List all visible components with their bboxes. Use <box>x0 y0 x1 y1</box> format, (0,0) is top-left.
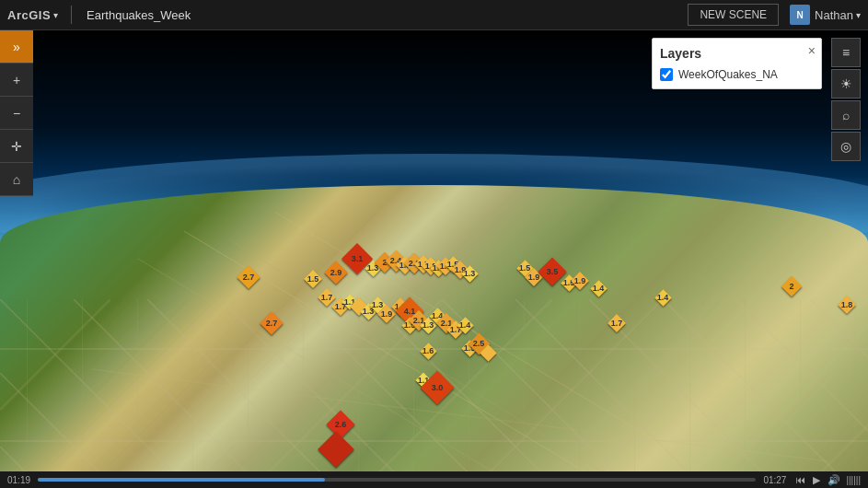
earthquake-marker[interactable]: 2.9 <box>328 264 344 281</box>
earthquake-magnitude-label: 3.0 <box>430 383 445 392</box>
expand-icon: » <box>13 40 20 54</box>
earthquake-magnitude-label: 3.5 <box>545 267 560 276</box>
earthquake-magnitude-label: 1.9 <box>573 276 587 285</box>
earthquake-marker[interactable]: 1.3 <box>464 268 476 280</box>
earthquake-marker[interactable]: 2.6 <box>330 414 351 435</box>
user-name: Nathan <box>815 8 853 22</box>
earthquake-magnitude-label: 2.9 <box>329 268 343 277</box>
zoom-in-button[interactable]: + <box>0 64 33 97</box>
header: ArcGIS ▾ Earthquakes_Week NEW SCENE N Na… <box>0 0 868 30</box>
earthquake-magnitude-label: 1.6 <box>421 346 435 355</box>
layers-close-button[interactable]: × <box>808 43 816 58</box>
layers-icon: ≡ <box>842 45 850 60</box>
user-area: N Nathan ▾ <box>790 5 861 25</box>
earthquake-magnitude-label: 1.8 <box>839 300 854 309</box>
new-scene-button[interactable]: NEW SCENE <box>688 4 779 26</box>
search-toolbar-button[interactable]: ⌕ <box>831 100 861 130</box>
earthquake-magnitude-label: 2.6 <box>333 420 348 429</box>
earthquake-marker[interactable]: 1.4 <box>657 292 669 304</box>
earthquake-magnitude-label: 1.9 <box>527 273 541 282</box>
layers-panel-title: Layers <box>660 46 814 61</box>
layer-checkbox[interactable] <box>660 68 673 81</box>
earthquake-magnitude-label: 1.3 <box>462 269 477 278</box>
progress-fill <box>38 478 325 482</box>
arcgis-logo[interactable]: ArcGIS ▾ <box>0 0 65 29</box>
earthquake-marker[interactable]: 1.4 <box>459 320 471 331</box>
sun-toolbar-button[interactable]: ☀ <box>831 69 861 99</box>
earthquake-marker[interactable]: 1.9 <box>573 274 586 287</box>
playback-controls: ⏮ ▶ 🔊 |||||| <box>793 474 861 486</box>
earthquake-marker[interactable]: 2.7 <box>263 315 280 331</box>
earthquake-marker[interactable] <box>323 436 349 462</box>
earthquake-magnitude-label: 1.4 <box>591 284 606 293</box>
arcgis-brand: ArcGIS <box>7 8 51 22</box>
svg-line-1 <box>138 259 598 471</box>
earthquake-marker[interactable]: 3.5 <box>542 261 562 282</box>
home-icon: ⌂ <box>13 172 20 187</box>
layers-toolbar-button[interactable]: ≡ <box>831 38 861 67</box>
earthquake-magnitude-label: 1.3 <box>421 320 435 330</box>
quality-indicator: |||||| <box>846 475 861 485</box>
time-start: 01:19 <box>7 475 30 485</box>
page-title: Earthquakes_Week <box>87 8 688 22</box>
earthquake-magnitude-label: 1.5 <box>306 274 320 284</box>
earthquake-marker[interactable]: 2 <box>784 279 799 294</box>
volume-button[interactable]: 🔊 <box>826 474 842 486</box>
earthquake-marker[interactable]: 2.7 <box>240 269 257 285</box>
user-avatar: N <box>790 5 810 25</box>
zoom-in-icon: + <box>13 73 20 87</box>
earthquake-magnitude-label: 1.7 <box>609 319 624 328</box>
earthquake-magnitude-label: 3.1 <box>350 254 365 263</box>
earthquake-marker[interactable]: 1.7 <box>610 317 623 330</box>
progress-bar[interactable] <box>38 478 756 482</box>
layer-name: WeekOfQuakes_NA <box>678 68 778 81</box>
earthquake-magnitude-label: 2.7 <box>264 319 279 328</box>
earthquake-marker[interactable]: 1.4 <box>593 283 605 295</box>
earthquake-magnitude-label: 1.4 <box>655 293 670 302</box>
search-icon: ⌕ <box>842 108 850 122</box>
earthquake-marker[interactable]: 1.6 <box>422 345 434 357</box>
left-panel: » + − ✛ ⌂ <box>0 30 33 196</box>
bottom-bar: 01:19 01:27 ⏮ ▶ 🔊 |||||| <box>0 471 868 488</box>
earthquake-marker[interactable]: 1.5 <box>307 273 319 285</box>
arcgis-dropdown-icon: ▾ <box>53 10 58 20</box>
zoom-out-icon: − <box>13 106 20 121</box>
earthquake-magnitude-label: 1.9 <box>379 309 394 319</box>
map-container: 2.71.52.93.11.322.41.82.21.71.81.61.91.5… <box>0 30 868 471</box>
compass-icon: ◎ <box>840 139 851 154</box>
expand-panel-button[interactable]: » <box>0 30 33 64</box>
time-end: 01:27 <box>763 475 786 485</box>
play-button[interactable]: ▶ <box>811 474 822 486</box>
earthquake-marker[interactable] <box>482 347 494 359</box>
user-dropdown-icon: ▾ <box>856 10 861 20</box>
pan-icon: ✛ <box>11 139 22 154</box>
home-button[interactable]: ⌂ <box>0 163 33 196</box>
compass-toolbar-button[interactable]: ◎ <box>831 132 861 161</box>
earthquake-marker[interactable]: 1.7 <box>320 291 333 304</box>
layers-panel: Layers × WeekOfQuakes_NA <box>652 38 822 89</box>
zoom-out-button[interactable]: − <box>0 97 33 130</box>
earthquake-marker[interactable]: 1.9 <box>380 308 393 320</box>
right-toolbar: ≡ ☀ ⌕ ◎ <box>831 38 861 163</box>
sun-icon: ☀ <box>840 76 852 91</box>
earthquake-magnitude-label: 2 <box>784 282 799 291</box>
rewind-button[interactable]: ⏮ <box>793 474 807 485</box>
earthquake-magnitude-label: 1.4 <box>457 320 472 330</box>
earthquake-marker[interactable]: 3.0 <box>425 376 449 400</box>
layer-item: WeekOfQuakes_NA <box>660 68 814 81</box>
earthquake-magnitude-label: 1.7 <box>319 293 334 302</box>
pan-button[interactable]: ✛ <box>0 130 33 163</box>
header-separator <box>71 6 72 24</box>
earthquake-magnitude-label: 2.7 <box>241 273 256 282</box>
earthquake-marker[interactable]: 1.8 <box>840 298 853 311</box>
